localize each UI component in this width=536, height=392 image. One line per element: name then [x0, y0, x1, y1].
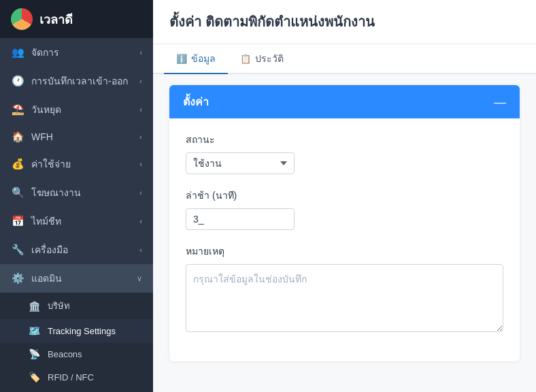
- page-header: ตั้งค่า ติดตามพิกัดตำแหน่งพนักงาน: [153, 0, 536, 44]
- sidebar-item-wfh[interactable]: 🏠 WFH ‹: [0, 124, 153, 150]
- timesheet-icon: 📅: [11, 215, 24, 227]
- sidebar-item-timesheet-label: ไทม์ชีท: [31, 214, 61, 229]
- tab-info-label: ข้อมูล: [191, 51, 216, 66]
- sidebar-item-rfid-label: RFID / NFC: [48, 372, 94, 382]
- chevron-icon: ‹: [139, 217, 142, 225]
- sidebar-item-beacons-label: Beacons: [48, 349, 82, 359]
- chevron-icon: ‹: [139, 189, 142, 197]
- sidebar-item-admin-label: แอดมิน: [31, 271, 62, 286]
- expense-icon: 💰: [11, 158, 24, 170]
- rfid-icon: 🏷️: [27, 372, 41, 382]
- chevron-down-icon: ∨: [137, 274, 142, 283]
- delay-input[interactable]: [186, 208, 295, 230]
- logo-area: เวลาดี: [0, 0, 153, 38]
- chevron-icon: ‹: [139, 246, 142, 254]
- content-area: ตั้งค่า — สถานะ ใช้งาน ไม่ใช้งาน ล่าช้า …: [153, 74, 536, 392]
- chevron-icon: ‹: [139, 48, 142, 56]
- note-textarea[interactable]: [186, 264, 503, 332]
- delay-field-group: ล่าช้า (นาที): [186, 188, 503, 230]
- wfh-icon: 🏠: [11, 131, 24, 143]
- sidebar-item-company[interactable]: 🏛️ บริษัท: [0, 293, 153, 319]
- sidebar-item-wfh-label: WFH: [31, 131, 53, 142]
- checkinout-icon: 🕐: [11, 75, 24, 87]
- sidebar-item-timesheet[interactable]: 📅 ไทม์ชีท ‹: [0, 207, 153, 235]
- note-field-group: หมายเหตุ: [186, 244, 503, 334]
- settings-card: ตั้งค่า — สถานะ ใช้งาน ไม่ใช้งาน ล่าช้า …: [169, 85, 520, 361]
- chevron-icon: ‹: [139, 77, 142, 85]
- beacons-icon: 📡: [27, 348, 41, 359]
- admin-icon: ⚙️: [11, 272, 24, 284]
- sidebar-item-job[interactable]: 🔍 โฆษณางาน ‹: [0, 178, 153, 207]
- sidebar-item-manage[interactable]: 👥 จัดการ ‹: [0, 38, 153, 67]
- sidebar-item-expense-label: ค่าใช้จ่าย: [31, 157, 71, 172]
- sidebar-item-time-recorder[interactable]: 🖥️ อุปกรณ์บันทึกเวลา: [0, 389, 153, 392]
- status-label: สถานะ: [186, 132, 503, 147]
- card-collapse-button[interactable]: —: [494, 96, 506, 108]
- sidebar-item-expense[interactable]: 💰 ค่าใช้จ่าย ‹: [0, 150, 153, 178]
- chevron-icon: ‹: [139, 133, 142, 141]
- sidebar-item-company-label: บริษัท: [48, 299, 70, 313]
- info-tab-icon: ℹ️: [176, 54, 187, 64]
- job-icon: 🔍: [11, 186, 24, 199]
- admin-sub-nav: 🏛️ บริษัท 🗺️ Tracking Settings 📡 Beacons…: [0, 293, 153, 392]
- tracking-icon: 🗺️: [27, 325, 41, 336]
- main-content: ตั้งค่า ติดตามพิกัดตำแหน่งพนักงาน ℹ️ ข้อ…: [153, 0, 536, 392]
- sidebar-item-admin[interactable]: ⚙️ แอดมิน ∨: [0, 264, 153, 293]
- tab-history[interactable]: 📋 ประวัติ: [228, 44, 296, 74]
- sidebar-item-beacons[interactable]: 📡 Beacons: [0, 342, 153, 365]
- sidebar-item-leave-label: วันหยุด: [31, 102, 61, 117]
- equipment-icon: 🔧: [11, 244, 24, 256]
- manage-icon: 👥: [11, 46, 24, 59]
- sidebar-item-tracking-settings[interactable]: 🗺️ Tracking Settings: [0, 319, 153, 342]
- history-tab-icon: 📋: [240, 54, 251, 64]
- card-title: ตั้งค่า: [183, 93, 209, 110]
- sidebar-nav: 👥 จัดการ ‹ 🕐 การบันทึกเวลาเข้า-ออก ‹ ⛱️ …: [0, 38, 153, 392]
- page-title: ตั้งค่า ติดตามพิกัดตำแหน่งพนักงาน: [169, 11, 520, 33]
- logo-icon: [11, 8, 33, 30]
- sidebar-item-equipment-label: เครื่องมือ: [31, 242, 68, 257]
- leave-icon: ⛱️: [11, 103, 24, 116]
- sidebar-item-checkinout[interactable]: 🕐 การบันทึกเวลาเข้า-ออก ‹: [0, 67, 153, 95]
- card-body: สถานะ ใช้งาน ไม่ใช้งาน ล่าช้า (นาที) หมา…: [169, 118, 520, 361]
- note-label: หมายเหตุ: [186, 244, 503, 259]
- sidebar-item-equipment[interactable]: 🔧 เครื่องมือ ‹: [0, 235, 153, 264]
- chevron-icon: ‹: [139, 105, 142, 114]
- sidebar-item-checkinout-label: การบันทึกเวลาเข้า-ออก: [31, 74, 128, 88]
- tabs-bar: ℹ️ ข้อมูล 📋 ประวัติ: [153, 44, 536, 74]
- sidebar-item-tracking-label: Tracking Settings: [48, 326, 116, 336]
- company-icon: 🏛️: [27, 301, 41, 312]
- sidebar-item-rfid-nfc[interactable]: 🏷️ RFID / NFC: [0, 365, 153, 389]
- tab-history-label: ประวัติ: [255, 51, 284, 66]
- status-select[interactable]: ใช้งาน ไม่ใช้งาน: [186, 152, 295, 174]
- sidebar-item-leave[interactable]: ⛱️ วันหยุด ‹: [0, 95, 153, 124]
- status-field-group: สถานะ ใช้งาน ไม่ใช้งาน: [186, 132, 503, 174]
- tab-info[interactable]: ℹ️ ข้อมูล: [164, 44, 228, 74]
- delay-label: ล่าช้า (นาที): [186, 188, 503, 203]
- sidebar-item-job-label: โฆษณางาน: [31, 185, 81, 200]
- card-header: ตั้งค่า —: [169, 85, 520, 118]
- sidebar: เวลาดี 👥 จัดการ ‹ 🕐 การบันทึกเวลาเข้า-ออ…: [0, 0, 153, 392]
- sidebar-item-manage-label: จัดการ: [31, 45, 59, 60]
- chevron-icon: ‹: [139, 160, 142, 168]
- logo-text: เวลาดี: [39, 10, 73, 29]
